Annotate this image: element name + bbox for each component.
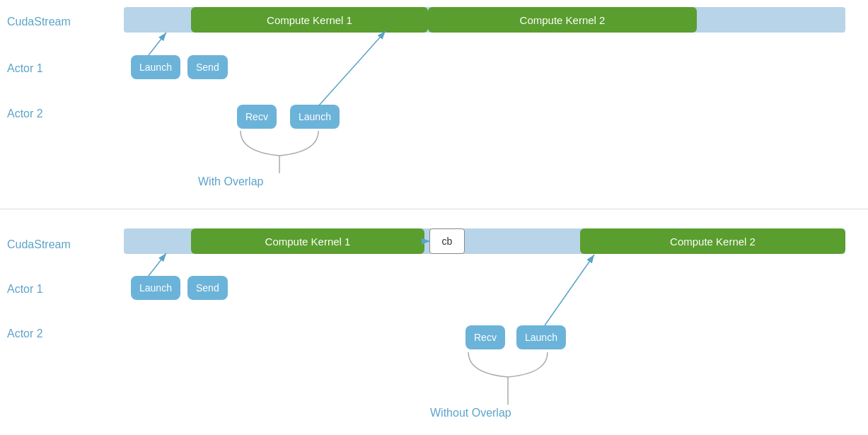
bottom-send1-label: Send [196,282,219,294]
bottom-cb-label: cb [442,236,453,247]
svg-line-5 [545,255,594,325]
top-actor1-send[interactable]: Send [187,55,228,79]
bottom-actor2-label: Actor 2 [7,327,43,340]
bottom-kernel2: Compute Kernel 2 [580,228,845,254]
top-launch2-label: Launch [299,111,331,122]
top-cudastream-label: CudaStream [7,16,71,28]
bottom-kernel1: Compute Kernel 1 [191,228,424,254]
top-overlap-label: With Overlap [198,175,263,188]
bottom-actor2-recv[interactable]: Recv [465,325,505,349]
top-kernel2: Compute Kernel 2 [428,7,697,33]
top-actor1-launch[interactable]: Launch [131,55,180,79]
bottom-cb-block: cb [429,228,465,254]
bottom-recv1-label: Recv [474,332,497,343]
bottom-launch1-label: Launch [139,282,172,294]
bottom-actor2-launch[interactable]: Launch [516,325,566,349]
bottom-kernel1-label: Compute Kernel 1 [265,236,351,248]
bottom-launch2-label: Launch [525,332,557,343]
top-kernel2-label: Compute Kernel 2 [520,14,606,26]
top-actor2-recv[interactable]: Recv [237,105,277,129]
svg-line-4 [149,253,166,276]
bottom-overlap-label: Without Overlap [430,407,511,419]
top-actor2-launch[interactable]: Launch [290,105,340,129]
bottom-actor1-send[interactable]: Send [187,276,228,300]
bottom-cudastream-label: CudaStream [7,238,71,251]
top-actor1-label: Actor 1 [7,62,43,75]
top-overlap-text: With Overlap [198,175,263,187]
top-send1-label: Send [196,62,219,73]
top-kernel1-label: Compute Kernel 1 [267,14,352,26]
top-recv1-label: Recv [245,111,268,122]
bottom-overlap-text: Without Overlap [430,407,511,419]
bottom-kernel2-label: Compute Kernel 2 [670,236,756,248]
section-divider [0,209,868,209]
bottom-actor1-label: Actor 1 [7,283,43,296]
svg-line-2 [318,31,386,106]
svg-line-1 [149,33,166,55]
top-actor2-label: Actor 2 [7,108,43,120]
bottom-actor1-launch[interactable]: Launch [131,276,180,300]
top-launch1-label: Launch [139,62,172,73]
top-kernel1: Compute Kernel 1 [191,7,428,33]
